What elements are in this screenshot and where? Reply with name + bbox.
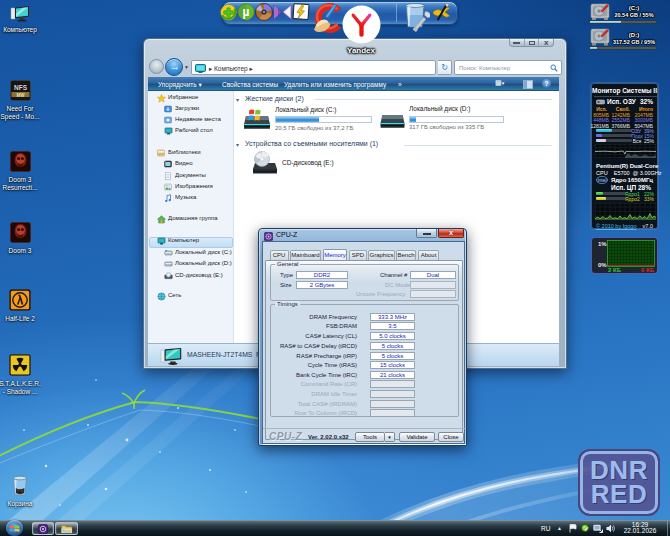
svg-text:intel: intel <box>597 177 606 183</box>
svg-text:NFS: NFS <box>14 84 28 91</box>
svg-text:MW: MW <box>16 93 25 98</box>
svg-text:µ: µ <box>243 5 250 19</box>
